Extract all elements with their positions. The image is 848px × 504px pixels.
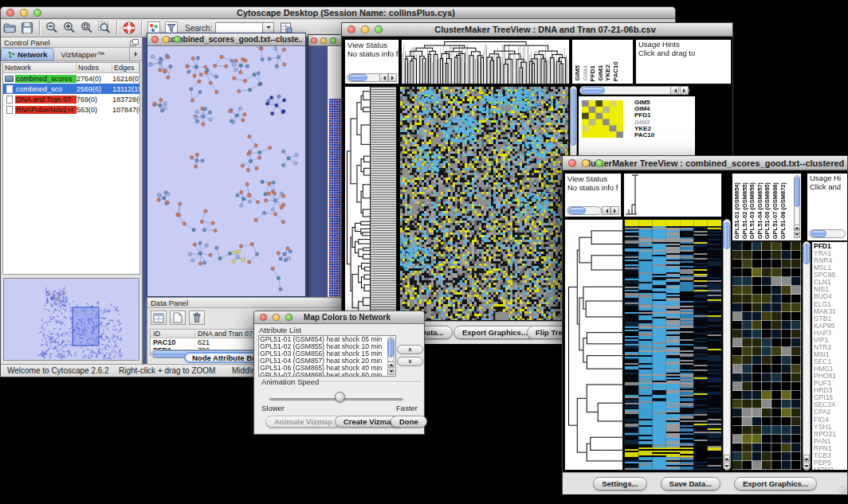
minimize-icon[interactable]	[20, 9, 28, 17]
zoom-fit-button[interactable]	[78, 20, 96, 36]
array-dendrogram-panel[interactable]	[401, 39, 570, 84]
close-icon[interactable]	[568, 159, 576, 167]
array-dendrogram-panel[interactable]	[623, 173, 722, 217]
zoom-selected-button[interactable]	[96, 20, 113, 36]
network-list-row[interactable]: RNAPuberNov2+I563(0)107847(0)	[3, 104, 139, 115]
close-icon[interactable]	[260, 314, 267, 321]
usage-hints-scrollbar[interactable]	[809, 229, 846, 238]
dialog-titlebar[interactable]: Map Colors to Network	[254, 311, 424, 324]
desktop-shadow	[425, 344, 563, 382]
open-file-button[interactable]	[1, 20, 18, 36]
view-status-scrollbar[interactable]	[567, 206, 602, 215]
minimize-icon[interactable]	[582, 159, 590, 167]
combined-heatmap-canvas[interactable]	[625, 220, 721, 470]
save-data-button[interactable]: Save Data...	[661, 477, 720, 490]
export-graphics-button[interactable]: Export Graphics...	[453, 326, 536, 339]
treeview-combined-titlebar[interactable]: ClusterMaker TreeView : combined_scores_…	[563, 156, 847, 170]
gene-dendrogram-panel[interactable]	[344, 86, 371, 321]
heatmap-vscrollbar[interactable]	[723, 219, 731, 471]
zoom-heatmap-canvas[interactable]	[582, 100, 623, 138]
scroll-left-button[interactable]	[670, 86, 679, 95]
heatmap-panel[interactable]	[399, 86, 569, 321]
slider-thumb[interactable]	[335, 392, 345, 402]
scroll-right-button[interactable]	[610, 206, 619, 215]
column-header-network[interactable]: Network	[3, 63, 77, 72]
network-overview-panel[interactable]	[3, 278, 139, 361]
move-up-button[interactable]: ∧	[397, 345, 423, 354]
column-labels-scrollbar[interactable]	[794, 175, 800, 231]
network-list-row[interactable]: combined_scores2764(0)16218(0)	[3, 73, 139, 84]
main-titlebar[interactable]: Cytoscape Desktop (Session Name: collins…	[1, 7, 675, 19]
save-button[interactable]	[18, 20, 36, 36]
column-header-nodes[interactable]: Nodes	[77, 63, 112, 72]
overview-canvas[interactable]	[4, 279, 139, 360]
scroll-down-button[interactable]	[387, 369, 395, 375]
scroll-down-button[interactable]	[724, 463, 730, 470]
zoom-heatmap-canvas[interactable]	[732, 242, 801, 470]
scroll-left-button[interactable]	[379, 73, 388, 82]
scroll-right-button[interactable]	[388, 73, 397, 82]
gene-dendrogram-leaves[interactable]	[371, 86, 397, 321]
zoom-icon[interactable]	[174, 36, 181, 43]
close-icon[interactable]	[311, 37, 317, 44]
network-name: RNAPuberNov2+I	[15, 106, 77, 114]
move-down-button[interactable]: ∨	[397, 357, 423, 366]
array-dendrogram-canvas[interactable]	[624, 174, 721, 217]
scroll-right-button[interactable]	[680, 86, 689, 95]
view-status-scrollbar[interactable]	[347, 73, 382, 82]
minimize-icon[interactable]	[273, 314, 280, 321]
network-list-row[interactable]: DNA and Tran 07769(0)183728(0)	[3, 94, 139, 104]
attribute-list-item[interactable]: GPL51-07 (GSM868) heat shock 60 min	[260, 372, 387, 377]
column-header-id[interactable]: ID	[151, 330, 195, 338]
scroll-down-button[interactable]	[794, 232, 800, 238]
scroll-up-button[interactable]	[387, 361, 395, 368]
zoom-icon[interactable]	[285, 314, 292, 321]
dna-heatmap-canvas[interactable]	[400, 87, 568, 320]
gene-dendrogram-canvas[interactable]	[345, 87, 370, 320]
scroll-up-button[interactable]	[803, 455, 810, 462]
treeview-combined-window: ClusterMaker TreeView : combined_scores_…	[562, 155, 848, 494]
zoom-icon[interactable]	[595, 159, 603, 167]
float-panel-icon[interactable]	[130, 39, 139, 46]
treeview-dna-titlebar[interactable]: ClusterMaker TreeView : DNA and Tran 07-…	[342, 23, 732, 37]
array-dendrogram-canvas[interactable]	[402, 40, 569, 84]
minimize-icon[interactable]	[163, 36, 170, 43]
delete-attribute-button[interactable]	[189, 311, 205, 325]
scroll-left-button[interactable]	[602, 206, 610, 215]
network-canvas[interactable]	[147, 46, 305, 296]
more-tabs-button[interactable]	[129, 48, 142, 61]
gene-dendrogram-canvas[interactable]	[565, 220, 622, 470]
dialog-title: Map Colors to Network	[273, 313, 421, 322]
attribute-list-scrollbar[interactable]	[387, 337, 395, 362]
export-graphics-button[interactable]: Export Graphics...	[734, 477, 817, 490]
zoom-icon[interactable]	[375, 25, 383, 33]
close-icon[interactable]	[151, 36, 159, 43]
tab-network[interactable]: Network	[1, 48, 54, 61]
heatmap-panel[interactable]	[624, 219, 722, 471]
zoom-out-button[interactable]	[43, 20, 61, 36]
done-button[interactable]: Done	[391, 416, 427, 428]
settings-button[interactable]: Settings...	[593, 477, 646, 490]
gene-dendrogram-panel[interactable]	[564, 219, 623, 471]
column-header-edges[interactable]: Edges	[112, 63, 139, 72]
minimize-icon[interactable]	[320, 37, 327, 44]
tab-vizmapper[interactable]: VizMapper™	[54, 48, 111, 61]
close-icon[interactable]	[6, 9, 14, 17]
zoom-in-button[interactable]	[61, 20, 78, 36]
animate-vizmap-button[interactable]: Animate Vizmap	[265, 416, 341, 428]
zoom-icon[interactable]	[33, 9, 41, 17]
zoom-icon[interactable]	[330, 37, 336, 44]
gene-labels-vscrollbar[interactable]	[803, 241, 811, 471]
scroll-up-button[interactable]	[794, 225, 800, 231]
resize-grip[interactable]	[838, 486, 846, 494]
scroll-down-button[interactable]	[803, 463, 810, 470]
select-attributes-button[interactable]	[151, 311, 167, 325]
scroll-up-button[interactable]	[724, 455, 730, 462]
network-window-titlebar[interactable]: combined_scores_good.txt--cluste...	[147, 33, 305, 46]
help-lifesaver-icon[interactable]	[120, 20, 138, 36]
zoom-heatmap-panel[interactable]	[732, 241, 802, 471]
minimize-icon[interactable]	[361, 25, 369, 33]
new-attribute-button[interactable]	[170, 311, 186, 325]
network-list-row[interactable]: combined_sco2569(6)13112(15)	[3, 84, 139, 94]
close-icon[interactable]	[347, 25, 355, 33]
